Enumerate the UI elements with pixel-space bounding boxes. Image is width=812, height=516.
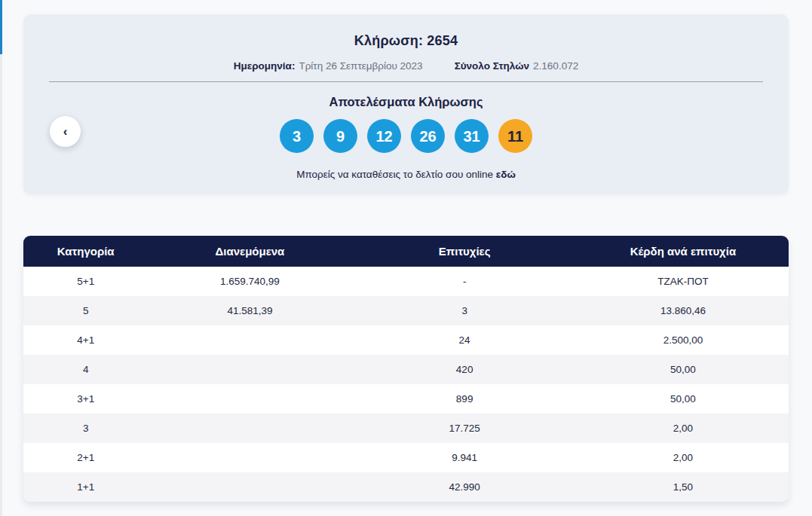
header-winnings-per-winner: Κέρδη ανά επιτυχία (578, 245, 789, 258)
online-submit-line: Μπορείς να καταθέσεις το δελτίο σου onli… (23, 169, 789, 180)
table-row: 3 17.725 2,00 (23, 414, 789, 443)
online-submit-link[interactable]: εδώ (496, 169, 516, 180)
cell-winnings: 50,00 (578, 393, 789, 405)
cell-category: 1+1 (23, 481, 148, 493)
cell-winnings: 1,50 (578, 481, 789, 493)
table-row: 3+1 899 50,00 (23, 384, 789, 414)
drawn-number-ball: 3 (280, 119, 314, 153)
total-columns-label: Σύνολο Στηλών (455, 60, 529, 72)
table-row: 5+1 1.659.740,99 - ΤΖΑΚ-ΠΟΤ (23, 267, 789, 296)
cell-distributed: 41.581,39 (148, 305, 351, 316)
tzoker-number-ball: 11 (498, 119, 532, 153)
results-title: Αποτελέσματα Κλήρωσης (23, 95, 789, 109)
total-columns-value: 2.160.072 (533, 60, 578, 72)
cell-winnings: ΤΖΑΚ-ΠΟΤ (578, 276, 789, 287)
scrollbar-thumb[interactable] (0, 0, 2, 54)
cell-category: 5 (23, 305, 148, 316)
drawn-numbers-row: 3 9 12 26 31 11 (23, 119, 789, 153)
draw-date: Ημερομηνία: Τρίτη 26 Σεπτεμβρίου 2023 (234, 60, 423, 72)
header-winners: Επιτυχίες (351, 245, 577, 258)
cell-winnings: 2,00 (578, 452, 789, 463)
cell-winnings: 2,00 (578, 423, 789, 434)
table-row: 5 41.581,39 3 13.860,46 (23, 296, 789, 325)
draw-results-card: Κλήρωση: 2654 Ημερομηνία: Τρίτη 26 Σεπτε… (23, 14, 789, 194)
drawn-number-ball: 12 (367, 119, 401, 153)
draw-meta-row: Ημερομηνία: Τρίτη 26 Σεπτεμβρίου 2023 Σύ… (23, 60, 789, 72)
cell-winners: 899 (351, 393, 577, 405)
table-row: 4 420 50,00 (23, 355, 789, 384)
chevron-left-icon: ‹ (63, 124, 68, 139)
cell-winnings: 13.860,46 (578, 305, 789, 316)
cell-winners: 9.941 (351, 452, 577, 463)
drawn-number-ball: 31 (455, 119, 489, 153)
table-row: 4+1 24 2.500,00 (23, 325, 789, 355)
header-category: Κατηγορία (23, 245, 148, 258)
cell-winners: 3 (351, 305, 577, 316)
cell-category: 4 (23, 364, 148, 375)
cell-category: 4+1 (23, 334, 148, 346)
winnings-table: Κατηγορία Διανεμόμενα Επιτυχίες Κέρδη αν… (23, 236, 789, 502)
cell-winners: - (351, 276, 577, 287)
table-row: 2+1 9.941 2,00 (23, 443, 789, 472)
cell-distributed: 1.659.740,99 (148, 276, 351, 287)
draw-date-value: Τρίτη 26 Σεπτεμβρίου 2023 (299, 60, 422, 72)
cell-category: 2+1 (23, 452, 148, 463)
online-submit-text: Μπορείς να καταθέσεις το δελτίο σου onli… (296, 169, 493, 180)
card-divider (49, 81, 763, 82)
draw-date-label: Ημερομηνία: (234, 60, 296, 72)
cell-winnings: 50,00 (578, 364, 789, 375)
previous-draw-button[interactable]: ‹ (50, 116, 81, 147)
cell-winners: 24 (351, 334, 577, 346)
cell-winners: 42.990 (351, 481, 577, 493)
cell-winners: 17.725 (351, 423, 577, 434)
draw-title: Κλήρωση: 2654 (23, 14, 789, 49)
cell-winnings: 2.500,00 (578, 334, 789, 346)
cell-category: 3+1 (23, 393, 148, 405)
cell-category: 5+1 (23, 276, 148, 287)
cell-category: 3 (23, 423, 148, 434)
cell-winners: 420 (351, 364, 577, 375)
table-row: 1+1 42.990 1,50 (23, 472, 789, 502)
header-distributed: Διανεμόμενα (148, 245, 351, 258)
drawn-number-ball: 26 (411, 119, 445, 153)
table-header-row: Κατηγορία Διανεμόμενα Επιτυχίες Κέρδη αν… (23, 236, 789, 267)
page-scrollbar[interactable] (0, 0, 2, 516)
drawn-number-ball: 9 (323, 119, 357, 153)
total-columns: Σύνολο Στηλών 2.160.072 (455, 60, 579, 72)
